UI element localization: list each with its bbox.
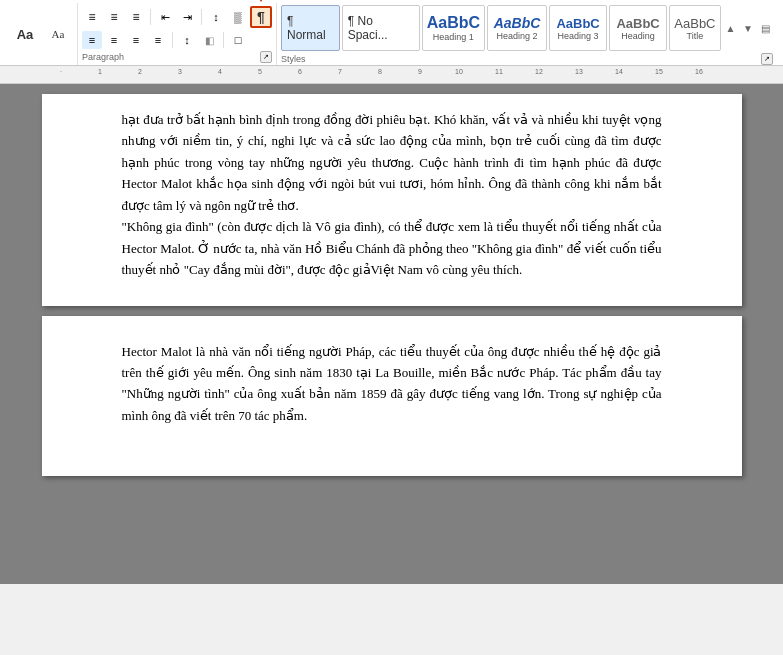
decrease-indent-btn[interactable]: ⇤	[155, 8, 175, 26]
page-1[interactable]: hạt đưa trở bất hạnh bình định trong đồn…	[42, 94, 742, 306]
ribbon-content: Aa Aa ≡ ≡ ≡ ⇤ ⇥ ↕ ▒ ¶	[0, 0, 783, 66]
ruler: · 1 2 3 4 5 6 7 8 9 10 11 12 13 14 15 16	[0, 66, 783, 84]
paragraph-dialog-btn[interactable]: ↗	[260, 51, 272, 63]
style-no-spacing-preview: ¶ No Spaci...	[348, 14, 414, 42]
shading-btn[interactable]: ▒	[228, 8, 248, 26]
style-heading3-preview: AaBbC	[556, 16, 599, 31]
style-heading1[interactable]: AaBbC Heading 1	[422, 5, 485, 51]
style-heading2-preview: AaBbC	[494, 15, 541, 31]
style-heading1-label: Heading 1	[433, 32, 474, 42]
sort-btn[interactable]: ↕	[206, 8, 226, 26]
styles-group-label-row: Styles ↗	[281, 53, 773, 65]
increase-indent-btn[interactable]: ⇥	[177, 8, 197, 26]
aa-button-2[interactable]: Aa	[43, 20, 73, 48]
ribbon: Aa Aa ≡ ≡ ≡ ⇤ ⇥ ↕ ▒ ¶	[0, 0, 783, 84]
style-normal-preview: ¶ Normal	[287, 14, 334, 42]
style-heading2[interactable]: AaBbC Heading 2	[487, 5, 547, 51]
page-2-paragraph-1: Hector Malot là nhà văn nổi tiếng người …	[122, 341, 662, 427]
list-btn-3[interactable]: ≡	[126, 8, 146, 26]
style-heading4-preview: AaBbC	[616, 16, 659, 31]
align-left-btn[interactable]: ≡	[82, 31, 102, 49]
paragraph-label: Paragraph	[82, 52, 124, 62]
styles-items: ¶ Normal ¶ No Spaci... AaBbC Heading 1 A…	[281, 5, 773, 51]
pilcrow-icon: ¶	[257, 9, 265, 25]
page-1-text: hạt đưa trở bất hạnh bình định trong đồn…	[122, 109, 662, 281]
style-title-label: Title	[687, 31, 704, 41]
styles-scroll-up[interactable]: ▲	[723, 5, 738, 51]
style-heading4[interactable]: AaBbC Heading	[609, 5, 667, 51]
document-area: hạt đưa trở bất hạnh bình định trong đồn…	[0, 84, 783, 584]
align-right-btn[interactable]: ≡	[126, 31, 146, 49]
page-2-text: Hector Malot là nhà văn nổi tiếng người …	[122, 341, 662, 427]
style-heading2-label: Heading 2	[497, 31, 538, 41]
styles-more[interactable]: ▤	[758, 5, 773, 51]
style-heading3[interactable]: AaBbC Heading 3	[549, 5, 607, 51]
style-no-spacing[interactable]: ¶ No Spaci...	[342, 5, 420, 51]
red-arrow	[251, 0, 271, 2]
ruler-marks: · 1 2 3 4 5 6 7 8 9 10 11 12 13 14 15 16	[60, 66, 783, 83]
style-title[interactable]: AaBbC Title	[669, 5, 721, 51]
pilcrow-button[interactable]: ¶	[250, 6, 272, 28]
align-justify-btn[interactable]: ≡	[148, 31, 168, 49]
line-spacing-btn[interactable]: ↕	[177, 31, 197, 49]
fill-color-btn[interactable]: ◧	[199, 31, 219, 49]
font-group: Aa Aa	[6, 3, 78, 65]
paragraph-row1: ≡ ≡ ≡ ⇤ ⇥ ↕ ▒ ¶	[82, 6, 272, 28]
styles-group: ¶ Normal ¶ No Spaci... AaBbC Heading 1 A…	[277, 3, 777, 65]
style-normal[interactable]: ¶ Normal	[281, 5, 340, 51]
style-heading3-label: Heading 3	[558, 31, 599, 41]
paragraph-group: ≡ ≡ ≡ ⇤ ⇥ ↕ ▒ ¶ ≡ ≡ ≡	[78, 3, 277, 65]
font-group-content: Aa Aa	[10, 20, 73, 48]
paragraph-row2: ≡ ≡ ≡ ≡ ↕ ◧ □	[82, 31, 272, 49]
style-title-preview: AaBbC	[674, 16, 715, 31]
page-2[interactable]: Hector Malot là nhà văn nổi tiếng người …	[42, 316, 742, 476]
paragraph-group-label-row: Paragraph ↗	[82, 51, 272, 63]
style-heading1-preview: AaBbC	[427, 14, 480, 32]
styles-dialog-btn[interactable]: ↗	[761, 53, 773, 65]
style-heading4-label: Heading	[621, 31, 655, 41]
border-btn[interactable]: □	[228, 31, 248, 49]
aa-button-1[interactable]: Aa	[10, 20, 40, 48]
styles-scroll-down[interactable]: ▼	[740, 5, 755, 51]
align-center-btn[interactable]: ≡	[104, 31, 124, 49]
list-btn-1[interactable]: ≡	[82, 8, 102, 26]
page-1-paragraph-2: "Không gia đình" (còn được dịch là Vô gi…	[122, 216, 662, 280]
styles-label: Styles	[281, 54, 306, 64]
page-1-paragraph-1: hạt đưa trở bất hạnh bình định trong đồn…	[122, 109, 662, 216]
list-btn-2[interactable]: ≡	[104, 8, 124, 26]
